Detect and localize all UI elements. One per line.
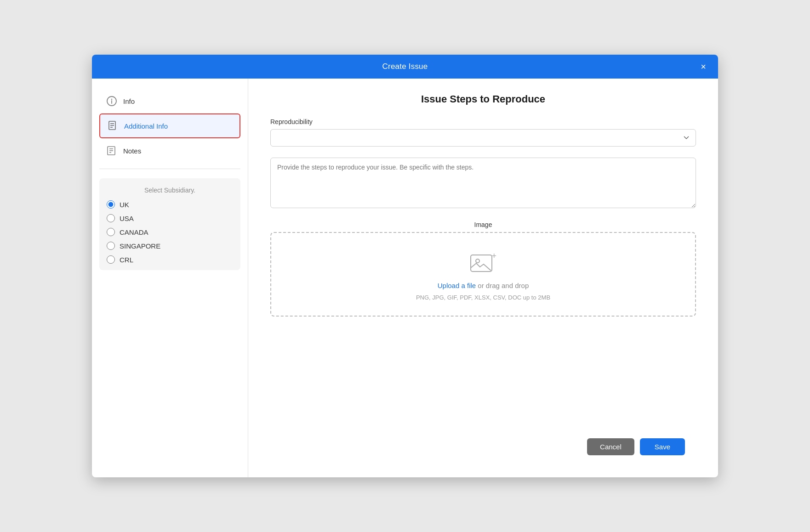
radio-item-usa[interactable]: USA bbox=[107, 214, 233, 222]
subsidiary-radio-group: UK USA CANADA SINGAPORE bbox=[107, 200, 233, 264]
reproducibility-label: Reproducibility bbox=[270, 118, 696, 125]
close-button[interactable]: × bbox=[697, 60, 710, 73]
radio-item-canada[interactable]: CANADA bbox=[107, 228, 233, 236]
plus-icon: + bbox=[491, 251, 496, 261]
radio-canada-label: CANADA bbox=[120, 228, 148, 236]
image-icon bbox=[470, 251, 495, 273]
save-button[interactable]: Save bbox=[640, 438, 685, 455]
image-label: Image bbox=[270, 221, 696, 228]
sidebar-item-info[interactable]: Info bbox=[99, 90, 240, 113]
upload-drag-text: or drag and drop bbox=[476, 282, 529, 289]
sidebar-item-additional-info[interactable]: Additional Info bbox=[99, 113, 240, 138]
svg-point-12 bbox=[476, 259, 479, 263]
radio-item-singapore[interactable]: SINGAPORE bbox=[107, 242, 233, 250]
steps-section bbox=[270, 158, 696, 210]
upload-file-link[interactable]: Upload a file bbox=[438, 282, 476, 289]
radio-usa[interactable] bbox=[107, 214, 115, 222]
radio-canada[interactable] bbox=[107, 228, 115, 236]
radio-uk-label: UK bbox=[120, 201, 129, 209]
subsidiary-label: Select Subsidiary. bbox=[107, 187, 233, 194]
modal-body: Info Additional Info bbox=[92, 79, 718, 477]
notes-icon bbox=[106, 145, 118, 157]
reproducibility-section: Reproducibility Always Sometimes Rarely bbox=[270, 118, 696, 147]
modal-title: Create Issue bbox=[382, 62, 428, 71]
info-circle-icon bbox=[106, 95, 118, 107]
sidebar-item-additional-info-label: Additional Info bbox=[124, 122, 168, 130]
image-upload-section: Image + Upload a file or drag and drop P… bbox=[270, 221, 696, 317]
subsidiary-box: Select Subsidiary. UK USA CANADA bbox=[99, 178, 240, 270]
sidebar-item-notes-label: Notes bbox=[123, 147, 141, 155]
upload-hint: PNG, JPG, GIF, PDF, XLSX, CSV, DOC up to… bbox=[416, 294, 550, 301]
modal-footer: Cancel Save bbox=[270, 431, 696, 466]
modal-header: Create Issue × bbox=[92, 55, 718, 79]
content-area: Issue Steps to Reproduce Reproducibility… bbox=[248, 79, 718, 477]
document-icon bbox=[107, 120, 119, 132]
sidebar-item-info-label: Info bbox=[123, 97, 135, 105]
cancel-button[interactable]: Cancel bbox=[587, 438, 634, 455]
reproducibility-select[interactable]: Always Sometimes Rarely bbox=[270, 129, 696, 147]
sidebar-nav: Info Additional Info bbox=[99, 90, 240, 162]
radio-crl-label: CRL bbox=[120, 256, 133, 264]
radio-uk[interactable] bbox=[107, 200, 115, 209]
sidebar: Info Additional Info bbox=[92, 79, 248, 477]
create-issue-modal: Create Issue × Info bbox=[92, 55, 718, 477]
steps-textarea[interactable] bbox=[270, 158, 696, 208]
upload-text-row: Upload a file or drag and drop bbox=[438, 282, 529, 289]
sidebar-item-notes[interactable]: Notes bbox=[99, 139, 240, 162]
content-title: Issue Steps to Reproduce bbox=[270, 93, 696, 105]
radio-item-uk[interactable]: UK bbox=[107, 200, 233, 209]
upload-dropzone[interactable]: + Upload a file or drag and drop PNG, JP… bbox=[270, 232, 696, 317]
sidebar-divider bbox=[99, 169, 240, 169]
radio-crl[interactable] bbox=[107, 255, 115, 264]
upload-icon-wrapper: + bbox=[470, 251, 496, 275]
radio-usa-label: USA bbox=[120, 215, 134, 222]
radio-item-crl[interactable]: CRL bbox=[107, 255, 233, 264]
radio-singapore[interactable] bbox=[107, 242, 115, 250]
radio-singapore-label: SINGAPORE bbox=[120, 242, 160, 250]
